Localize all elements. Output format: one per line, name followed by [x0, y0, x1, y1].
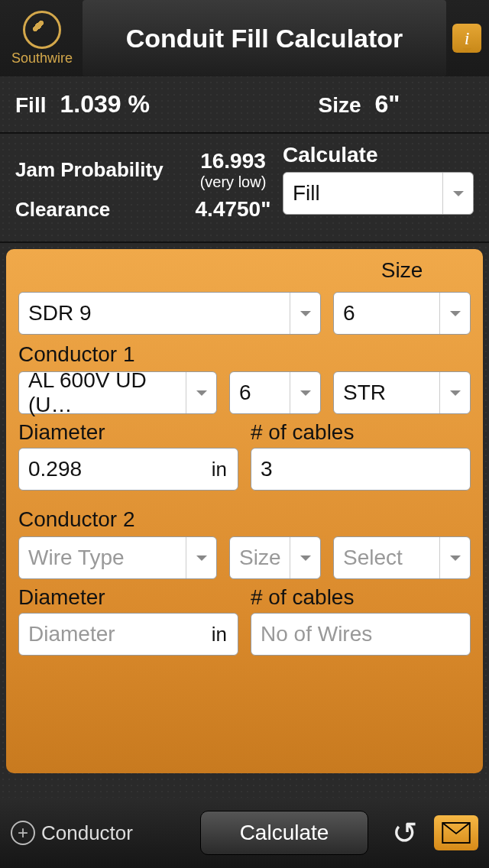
chevron-down-icon — [439, 293, 470, 334]
conductor-2-diameter-input[interactable]: Diameter in — [18, 613, 238, 656]
chevron-down-icon — [186, 372, 216, 413]
conductor-1-strand-value: STR — [343, 381, 386, 405]
calculate-button-label: Calculate — [240, 821, 329, 845]
chevron-down-icon — [442, 173, 473, 214]
jam-qualifier: (very low) — [183, 173, 283, 191]
page-title: Conduit Fill Calculator — [83, 0, 446, 76]
add-conductor-button[interactable]: + Conductor — [11, 821, 133, 845]
conductor-2-ncables-label: # of cables — [251, 585, 471, 610]
conductor-2-wiretype-select[interactable]: Wire Type — [18, 536, 217, 579]
conductor-2-diameter-label: Diameter — [18, 585, 238, 610]
logo-icon — [23, 11, 61, 49]
conductor-1-diameter-unit: in — [212, 458, 227, 481]
conductor-1-strand-select[interactable]: STR — [333, 371, 471, 414]
chevron-down-icon — [439, 537, 470, 578]
conductor-1-diameter-value: 0.298 — [28, 457, 82, 481]
conductor-2-ncables-placeholder: No of Wires — [261, 622, 372, 646]
brand-logo: Southwire — [8, 11, 76, 66]
plus-icon: + — [11, 821, 35, 845]
fill-value: 1.039 % — [60, 90, 149, 118]
jam-label: Jam Probability — [15, 158, 183, 182]
chevron-down-icon — [290, 372, 320, 413]
conduit-size-select[interactable]: 6 — [333, 292, 471, 335]
conductor-2-strand-select[interactable]: Select — [333, 536, 471, 579]
size-label: Size — [319, 93, 361, 118]
panel-size-header: Size — [333, 258, 471, 283]
conductor-2-diameter-placeholder: Diameter — [28, 622, 115, 646]
brand-name: Southwire — [11, 50, 73, 66]
clearance-label: Clearance — [15, 198, 183, 222]
conductor-1-title: Conductor 1 — [18, 342, 471, 367]
bottom-toolbar: + Conductor Calculate ↺ — [0, 798, 489, 868]
conductor-2-size-placeholder: Size — [239, 546, 280, 570]
input-panel: Size SDR 9 6 Conductor 1 AL 600V UD (U… — [6, 249, 483, 773]
conductor-1-diameter-input[interactable]: 0.298 in — [18, 448, 238, 491]
conductor-2-size-select[interactable]: Size — [229, 536, 321, 579]
conductor-2-wiretype-placeholder: Wire Type — [28, 546, 125, 570]
conduit-type-select[interactable]: SDR 9 — [18, 292, 321, 335]
clearance-value: 4.4750" — [183, 197, 283, 222]
conductor-1-diameter-label: Diameter — [18, 420, 238, 445]
conductor-2-diameter-unit: in — [212, 623, 227, 646]
conductor-1-size-select[interactable]: 6 — [229, 371, 321, 414]
chevron-down-icon — [439, 372, 470, 413]
conductor-1-ncables-value: 3 — [261, 457, 273, 481]
info-button[interactable]: i — [452, 24, 481, 53]
fill-label: Fill — [15, 93, 46, 118]
conduit-type-value: SDR 9 — [28, 301, 91, 326]
calc-mode-value: Fill — [293, 181, 320, 206]
mail-icon — [442, 822, 471, 844]
app-header: Southwire Conduit Fill Calculator i — [0, 0, 489, 76]
conductor-2-strand-placeholder: Select — [343, 546, 403, 570]
conductor-1-wiretype-value: AL 600V UD (U… — [28, 368, 181, 417]
calc-mode-label: Calculate — [283, 143, 474, 167]
jam-value: 16.993 — [183, 149, 283, 173]
calc-mode-select[interactable]: Fill — [283, 172, 474, 215]
conduit-size-value: 6 — [343, 301, 355, 326]
mail-button[interactable] — [434, 815, 478, 850]
chevron-down-icon — [186, 537, 216, 578]
results-detail: Jam Probability 16.993 (very low) Cleara… — [0, 134, 489, 243]
calculate-button[interactable]: Calculate — [200, 811, 368, 855]
results-summary: Fill 1.039 % Size 6" — [0, 76, 489, 134]
conductor-1-wiretype-select[interactable]: AL 600V UD (U… — [18, 371, 217, 414]
conductor-1-size-value: 6 — [239, 381, 251, 405]
chevron-down-icon — [290, 537, 320, 578]
conductor-1-ncables-input[interactable]: 3 — [251, 448, 471, 491]
chevron-down-icon — [290, 293, 320, 334]
conductor-1-ncables-label: # of cables — [251, 420, 471, 445]
reset-icon: ↺ — [392, 815, 418, 850]
size-value: 6" — [375, 90, 400, 118]
conductor-2-ncables-input[interactable]: No of Wires — [251, 613, 471, 656]
add-conductor-label: Conductor — [41, 821, 133, 845]
conductor-2-title: Conductor 2 — [18, 507, 471, 532]
reset-button[interactable]: ↺ — [387, 815, 423, 851]
